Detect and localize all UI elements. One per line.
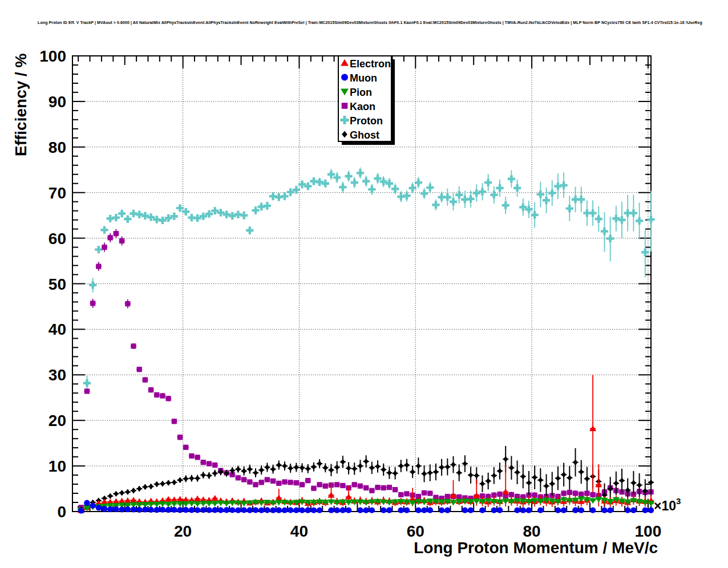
x-axis-multiplier: ×103 (654, 496, 681, 513)
x-tick-label: 100 (635, 522, 662, 540)
legend-label-muon: Muon (350, 72, 377, 84)
x-axis-title: Long Proton Momentum / MeV/c (414, 539, 658, 557)
x-tick-label: 20 (174, 522, 192, 540)
y-tick-label: 100 (39, 47, 66, 65)
x-tick-label: 80 (523, 522, 541, 540)
legend-label-proton: Proton (350, 115, 383, 127)
y-tick-label: 90 (48, 93, 66, 111)
y-tick-label: 80 (48, 139, 66, 156)
y-tick-label: 30 (48, 366, 66, 384)
multiplier-exponent: 3 (676, 496, 681, 506)
multiplier-base: ×10 (654, 498, 676, 513)
y-tick-label: 60 (48, 230, 66, 248)
series-kaon (78, 229, 654, 510)
legend-label-ghost: Ghost (350, 129, 379, 141)
efficiency-plot: 204060801000102030405060708090100Electro… (0, 0, 728, 568)
y-tick-label: 50 (48, 275, 66, 293)
y-tick-label: 10 (48, 457, 66, 475)
y-tick-label: 0 (57, 503, 66, 521)
kaon-marker-icon (342, 103, 348, 109)
chart-layer: 204060801000102030405060708090100Electro… (39, 47, 661, 540)
y-axis-title: Efficiency / % (12, 53, 30, 156)
y-tick-label: 40 (48, 320, 66, 338)
y-tick-label: 20 (48, 412, 66, 429)
legend-label-pion: Pion (350, 87, 372, 98)
x-tick-label: 40 (290, 522, 308, 540)
legend: ElectronMuonPionKaonProtonGhost (338, 56, 395, 145)
muon-marker-icon (341, 74, 348, 81)
x-tick-label: 60 (407, 522, 424, 540)
legend-label-electron: Electron (350, 58, 391, 70)
root-canvas: Long Proton ID Eff. V TrackP | MVAout > … (0, 0, 728, 568)
legend-label-kaon: Kaon (350, 101, 375, 112)
y-tick-label: 70 (48, 184, 66, 202)
